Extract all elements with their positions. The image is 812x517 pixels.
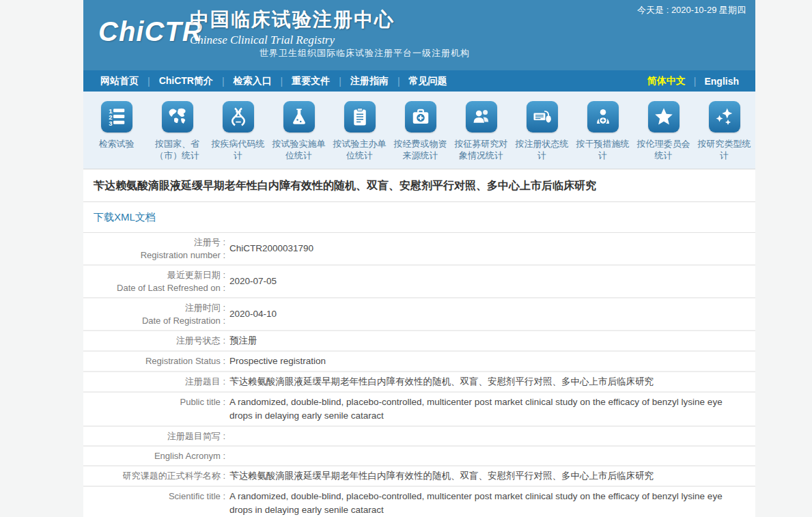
- nav-separator: |: [692, 76, 698, 87]
- row-value: A randomized, double-blind, placebo-cont…: [225, 393, 755, 425]
- nav-item[interactable]: 检索入口: [226, 75, 279, 87]
- row-label-line: Registration Status :: [83, 354, 225, 367]
- row-value: A randomized, double-blind, placebo-cont…: [225, 487, 755, 517]
- table-row: 最近更新日期 :Date of Last Refreshed on :2020-…: [83, 266, 755, 298]
- page-container: 今天是 : 2020-10-29 星期四 ChiCTR 中国临床试验注册中心 C…: [83, 0, 755, 517]
- row-label: English Acronym :: [83, 447, 225, 465]
- nav-item[interactable]: 重要文件: [284, 75, 337, 87]
- nav-separator: |: [221, 76, 226, 87]
- row-value: [225, 427, 755, 445]
- quicklink-item[interactable]: 按国家、省（市）统计: [147, 92, 208, 169]
- nav-separator: |: [396, 76, 402, 87]
- quicklink-label: 按注册状态统计: [514, 138, 571, 161]
- table-row: 注册时间 :Date of Registration :2020-04-10: [83, 298, 755, 331]
- table-row: 研究课题的正式科学名称 :苄达赖氨酸滴眼液延缓早期老年性白内障有效性的随机、双盲…: [83, 466, 755, 487]
- who-registry-tagline: 世界卫生组织国际临床试验注册平台一级注册机构: [260, 47, 470, 59]
- quicklink-item[interactable]: 按经费或物资来源统计: [390, 92, 451, 169]
- sparkles-icon: [709, 101, 740, 132]
- row-value: Prospective registration: [225, 352, 755, 371]
- row-value: [225, 447, 755, 465]
- nav-item[interactable]: 注册指南: [343, 75, 396, 87]
- xml-download-bar: 下载XML文档: [83, 202, 755, 233]
- content-area: 苄达赖氨酸滴眼液延缓早期老年性白内障有效性的随机、双盲、安慰剂平行对照、多中心上…: [83, 169, 755, 517]
- quicklink-item[interactable]: 按注册状态统计: [512, 92, 572, 169]
- row-value: ChiCTR2000031790: [225, 233, 755, 264]
- clipboard-icon: [344, 101, 376, 132]
- chictr-logo[interactable]: ChiCTR: [98, 16, 203, 47]
- row-label: 注册号状态 :: [83, 331, 225, 350]
- keyboard-mouse-icon: [527, 101, 558, 132]
- row-value: 2020-07-05: [225, 266, 755, 297]
- table-row: 注册题目简写 :: [83, 427, 755, 447]
- row-label-line: Scientific title :: [83, 490, 225, 503]
- row-label: Registration Status :: [83, 352, 225, 371]
- row-label: 研究课题的正式科学名称 :: [83, 466, 225, 486]
- nav-item[interactable]: ChiCTR简介: [152, 75, 221, 87]
- quicklink-label: 按干预措施统计: [574, 138, 632, 161]
- table-row: Public title :A randomized, double-blind…: [83, 393, 755, 427]
- quicklink-label: 按试验实施单位统计: [270, 138, 328, 161]
- row-value: 预注册: [225, 331, 755, 350]
- world-map-icon: [162, 101, 193, 132]
- quicklink-item[interactable]: 按疾病代码统计: [208, 92, 268, 169]
- quicklink-label: 按经费或物资来源统计: [392, 138, 449, 161]
- row-label: 最近更新日期 :Date of Last Refreshed on :: [83, 266, 225, 297]
- main-nav: 网站首页|ChiCTR简介|检索入口|重要文件|注册指南|常见问题 简体中文 |…: [83, 70, 755, 92]
- table-row: 注册题目 :苄达赖氨酸滴眼液延缓早期老年性白内障有效性的随机、双盲、安慰剂平行对…: [83, 372, 755, 393]
- quicklink-label: 按试验主办单位统计: [331, 138, 389, 161]
- download-xml-link[interactable]: 下载XML文档: [94, 211, 156, 224]
- row-label: 注册时间 :Date of Registration :: [83, 298, 225, 330]
- row-label-line: 注册题目简写 :: [83, 430, 225, 443]
- quicklink-label: 按国家、省（市）统计: [149, 138, 206, 161]
- svg-text:3: 3: [109, 120, 112, 127]
- nav-item[interactable]: 常见问题: [402, 75, 455, 87]
- quicklink-item[interactable]: 按伦理委员会统计: [633, 92, 694, 169]
- quicklink-label: 检索试验: [88, 138, 145, 150]
- quicklink-item[interactable]: 按干预措施统计: [572, 92, 633, 169]
- nav-item[interactable]: 网站首页: [93, 75, 146, 87]
- row-label-line: Date of Last Refreshed on :: [83, 281, 225, 294]
- site-title-english: Chinese Clinical Trial Registry: [190, 33, 395, 47]
- site-header: 今天是 : 2020-10-29 星期四 ChiCTR 中国临床试验注册中心 C…: [83, 0, 755, 70]
- row-label: 注册题目简写 :: [83, 427, 225, 445]
- quicklink-label: 按伦理委员会统计: [635, 138, 692, 161]
- table-row: Scientific title :A randomized, double-b…: [83, 487, 755, 517]
- row-label-line: Registration number :: [83, 249, 225, 262]
- quicklink-item[interactable]: 按征募研究对象情况统计: [451, 92, 512, 169]
- row-label-line: 注册题目 :: [83, 375, 225, 388]
- site-titles: 中国临床试验注册中心 Chinese Clinical Trial Regist…: [190, 7, 395, 47]
- list-123-icon: 123: [101, 101, 132, 132]
- people-icon: [466, 101, 497, 132]
- star-icon: [648, 101, 680, 132]
- row-label: Scientific title :: [83, 487, 225, 517]
- dna-icon: [223, 101, 254, 132]
- row-label-line: 注册号状态 :: [83, 334, 225, 347]
- table-row: 注册号状态 :预注册: [83, 331, 755, 352]
- flask-icon: [283, 101, 315, 132]
- row-value: 苄达赖氨酸滴眼液延缓早期老年性白内障有效性的随机、双盲、安慰剂平行对照、多中心上…: [225, 372, 755, 391]
- quicklink-item[interactable]: 按试验主办单位统计: [329, 92, 390, 169]
- quicklink-item[interactable]: 按研究类型统计: [694, 92, 755, 169]
- first-aid-kit-icon: [405, 101, 436, 132]
- row-label-line: 注册号 :: [83, 236, 225, 249]
- quicklink-item[interactable]: 按试验实施单位统计: [268, 92, 329, 169]
- row-label-line: 研究课题的正式科学名称 :: [83, 469, 225, 482]
- quicklinks: 123检索试验按国家、省（市）统计按疾病代码统计按试验实施单位统计按试验主办单位…: [83, 92, 755, 169]
- nav-separator: |: [279, 76, 285, 87]
- row-value: 2020-04-10: [225, 298, 755, 330]
- nav-language-switcher: 简体中文 | English: [641, 75, 746, 87]
- lang-english[interactable]: English: [697, 76, 746, 87]
- quicklink-label: 按征募研究对象情况统计: [453, 138, 510, 161]
- table-row: English Acronym :: [83, 447, 755, 466]
- site-title-chinese: 中国临床试验注册中心: [190, 7, 395, 33]
- quicklink-label: 按研究类型统计: [696, 138, 753, 161]
- table-row: Registration Status :Prospective registr…: [83, 352, 755, 372]
- lang-simplified-chinese[interactable]: 简体中文: [641, 75, 692, 87]
- nav-menu: 网站首页|ChiCTR简介|检索入口|重要文件|注册指南|常见问题: [93, 75, 455, 87]
- table-row: 注册号 :Registration number :ChiCTR20000317…: [83, 233, 755, 266]
- detail-table: 注册号 :Registration number :ChiCTR20000317…: [83, 233, 755, 517]
- doctor-icon: [587, 101, 619, 132]
- row-value: 苄达赖氨酸滴眼液延缓早期老年性白内障有效性的随机、双盲、安慰剂平行对照、多中心上…: [225, 466, 755, 486]
- row-label-line: Public title :: [83, 395, 225, 408]
- quicklink-item[interactable]: 123检索试验: [86, 92, 147, 169]
